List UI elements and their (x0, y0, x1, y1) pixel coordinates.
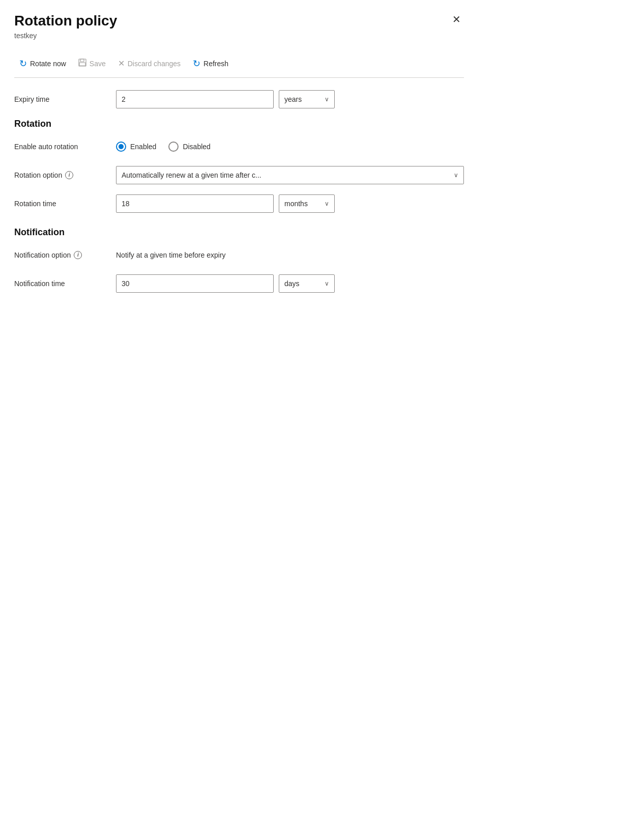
rotate-now-label: Rotate now (30, 60, 66, 68)
rotate-now-button[interactable]: ↻ Rotate now (14, 55, 71, 72)
enabled-label: Enabled (130, 143, 156, 151)
expiry-controls: years ∨ (116, 90, 464, 108)
refresh-label: Refresh (203, 60, 228, 68)
save-label: Save (90, 60, 106, 68)
rotation-policy-panel: Rotation policy testkey ✕ ↻ Rotate now S… (0, 0, 478, 293)
notification-option-controls: Notify at a given time before expiry (116, 251, 464, 259)
rotation-option-value: Automatically renew at a given time afte… (122, 171, 261, 179)
svg-rect-2 (79, 63, 85, 66)
expiry-time-label: Expiry time (14, 95, 116, 103)
rotation-time-input[interactable] (116, 194, 274, 213)
chevron-down-icon: ∨ (325, 96, 329, 103)
notification-time-controls: days ∨ (116, 274, 464, 293)
panel-header: Rotation policy testkey ✕ (14, 12, 464, 48)
rotation-section-title: Rotation (14, 119, 464, 129)
chevron-down-icon: ∨ (325, 280, 329, 287)
notification-time-input[interactable] (116, 274, 274, 293)
disabled-label: Disabled (183, 143, 210, 151)
expiry-unit-value: years (284, 95, 302, 103)
expiry-unit-dropdown[interactable]: years ∨ (279, 90, 335, 108)
discard-icon: ✕ (118, 59, 125, 68)
notification-section: Notification Notification option i Notif… (14, 227, 464, 293)
auto-rotation-radio-group: Enabled Disabled (116, 142, 211, 152)
rotate-icon: ↻ (19, 58, 27, 69)
chevron-down-icon: ∨ (325, 200, 329, 207)
notification-option-row: Notification option i Notify at a given … (14, 246, 464, 264)
save-button[interactable]: Save (73, 55, 111, 72)
refresh-icon: ↻ (193, 58, 200, 69)
close-button[interactable]: ✕ (449, 12, 464, 26)
notification-time-unit-value: days (284, 279, 300, 288)
disabled-radio-circle (168, 142, 179, 152)
save-icon (78, 59, 86, 69)
rotation-time-controls: months ∨ (116, 194, 464, 213)
disabled-radio-option[interactable]: Disabled (168, 142, 210, 152)
discard-label: Discard changes (128, 60, 181, 68)
panel-title: Rotation policy (14, 12, 117, 30)
enabled-radio-option[interactable]: Enabled (116, 142, 156, 152)
notification-section-title: Notification (14, 227, 464, 238)
rotation-option-controls: Automatically renew at a given time afte… (116, 166, 464, 184)
notification-time-label: Notification time (14, 279, 116, 288)
rotation-option-info-icon[interactable]: i (65, 171, 73, 179)
rotation-time-row: Rotation time months ∨ (14, 194, 464, 213)
toolbar: ↻ Rotate now Save ✕ Discard changes ↻ Re… (14, 50, 464, 78)
rotation-time-label: Rotation time (14, 200, 116, 208)
notification-option-info-icon[interactable]: i (74, 251, 82, 259)
notification-option-value: Notify at a given time before expiry (116, 251, 226, 259)
notification-time-unit-dropdown[interactable]: days ∨ (279, 274, 335, 293)
rotation-option-dropdown[interactable]: Automatically renew at a given time afte… (116, 166, 464, 184)
discard-changes-button[interactable]: ✕ Discard changes (113, 55, 186, 71)
auto-rotation-controls: Enabled Disabled (116, 142, 464, 152)
rotation-time-unit-dropdown[interactable]: months ∨ (279, 194, 335, 213)
svg-rect-1 (80, 59, 84, 62)
auto-rotation-label: Enable auto rotation (14, 143, 116, 151)
rotation-time-unit-value: months (284, 200, 308, 208)
rotation-section: Rotation Enable auto rotation Enabled Di… (14, 119, 464, 213)
enabled-radio-circle (116, 142, 126, 152)
rotation-option-row: Rotation option i Automatically renew at… (14, 166, 464, 184)
expiry-time-input[interactable] (116, 90, 274, 108)
notification-option-label: Notification option i (14, 251, 116, 259)
refresh-button[interactable]: ↻ Refresh (188, 55, 233, 72)
notification-time-row: Notification time days ∨ (14, 274, 464, 293)
chevron-down-icon: ∨ (454, 172, 458, 179)
title-group: Rotation policy testkey (14, 12, 117, 48)
auto-rotation-row: Enable auto rotation Enabled Disabled (14, 137, 464, 156)
panel-subtitle: testkey (14, 32, 117, 40)
rotation-option-label: Rotation option i (14, 171, 116, 179)
expiry-time-row: Expiry time years ∨ (14, 90, 464, 108)
